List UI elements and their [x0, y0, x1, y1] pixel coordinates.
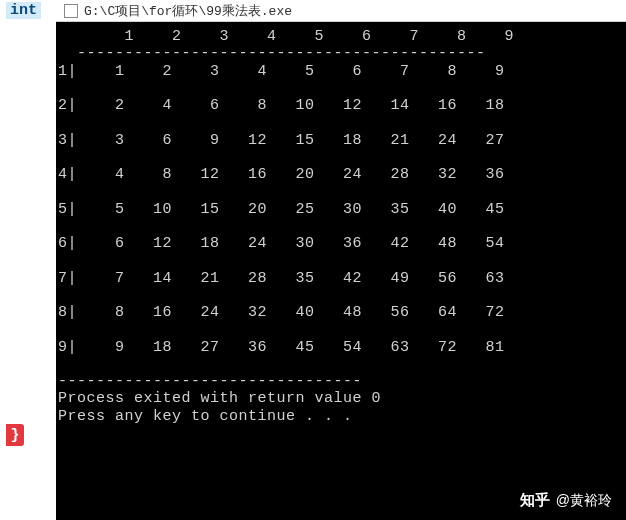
console-titlebar[interactable]: G:\C项目\for循环\99乘法表.exe: [56, 0, 626, 22]
zhihu-logo-icon: 知乎: [520, 491, 550, 510]
app-icon: [64, 4, 78, 18]
console-text: 1 2 3 4 5 6 7 8 9 ----------------------…: [58, 28, 514, 425]
editor-gutter: int }: [0, 0, 56, 520]
window-title: G:\C项目\for循环\99乘法表.exe: [84, 2, 292, 20]
keyword-int: int: [6, 2, 41, 19]
closing-brace-marker: }: [6, 424, 24, 446]
watermark-author: @黄裕玲: [556, 492, 612, 510]
watermark: 知乎 @黄裕玲: [520, 491, 612, 510]
console-output[interactable]: 1 2 3 4 5 6 7 8 9 ----------------------…: [56, 22, 626, 520]
